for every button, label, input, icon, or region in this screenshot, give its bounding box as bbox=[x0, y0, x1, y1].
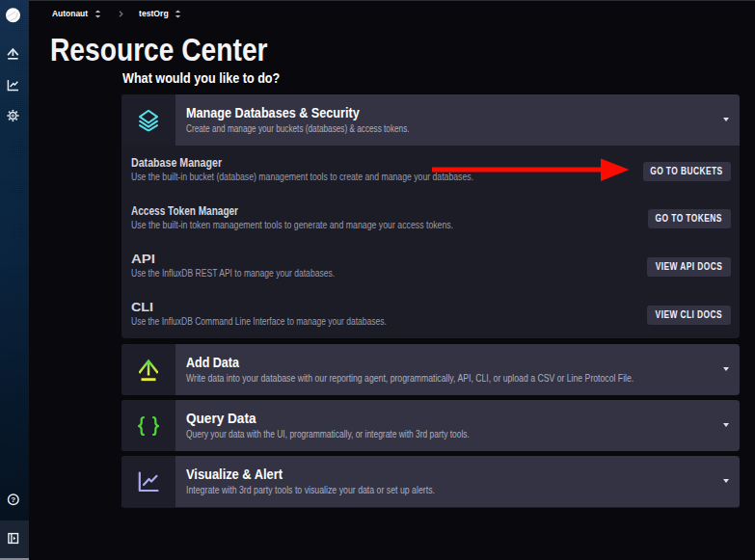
svg-text:?: ? bbox=[11, 495, 15, 504]
